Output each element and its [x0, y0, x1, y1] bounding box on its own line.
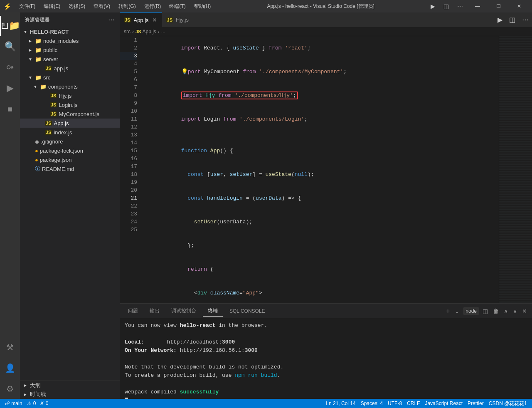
- svg-rect-1: [2, 23, 2, 29]
- code-editor[interactable]: 1 2 3 4 5 6 7 8 9 10 11 12 13 14 15 16 1: [120, 36, 532, 303]
- panel-tab-problems[interactable]: 问题: [123, 306, 143, 316]
- sidebar-content: ▼ HELLO-REACT ► 📁 node_modules ► 📁 publi…: [20, 27, 120, 381]
- menu-goto[interactable]: 转到(G): [115, 2, 139, 11]
- panel-tab-debug[interactable]: 调试控制台: [166, 306, 201, 316]
- status-git-branch[interactable]: ☍ main: [3, 401, 24, 406]
- panel-split-icon[interactable]: ⌄: [453, 307, 461, 315]
- activity-item-explorer[interactable]: 📁: [0, 16, 20, 36]
- terminal-output[interactable]: You can now view hello-react in the brow…: [120, 318, 532, 399]
- layout-icon[interactable]: ◫: [440, 2, 452, 10]
- bottom-panel: 问题 输出 调试控制台 终端 SQL CONSOLE + ⌄ node ◫ 🗑 …: [120, 303, 532, 399]
- more-icon[interactable]: ⋯: [454, 2, 466, 10]
- project-name: HELLO-REACT: [30, 29, 69, 35]
- run-icon[interactable]: ▶: [427, 2, 438, 10]
- sidebar-item-readmemd[interactable]: ⓘ README.md: [20, 164, 120, 173]
- activity-item-settings[interactable]: ⚙: [0, 379, 20, 399]
- activity-item-run[interactable]: ▶: [0, 78, 20, 98]
- sidebar-item-gitignore[interactable]: ◆ .gitignore: [20, 137, 120, 146]
- sidebar-item-mycomponentjs[interactable]: JS MyComponent.js: [20, 109, 120, 119]
- activity-item-test[interactable]: ⚒: [0, 337, 20, 357]
- run-debug-icon[interactable]: ▶: [494, 12, 506, 27]
- sidebar-item-appjs[interactable]: JS App.js: [20, 119, 120, 128]
- sidebar-item-loginjs[interactable]: JS Login.js: [20, 100, 120, 109]
- code-line-10: };: [142, 234, 495, 257]
- code-line-3: import Hjy from './components/Hjy';: [142, 84, 495, 107]
- breadcrumb-src[interactable]: src: [124, 29, 131, 35]
- status-formatter[interactable]: Prettier: [466, 401, 485, 406]
- activity-item-source-control[interactable]: ⚩: [0, 57, 20, 77]
- activity-item-account[interactable]: 👤: [0, 358, 20, 378]
- status-problems[interactable]: ⚠ 0 ✗ 0: [25, 401, 50, 406]
- menu-help[interactable]: 帮助(H): [191, 2, 214, 11]
- tab-close-icon[interactable]: ✕: [151, 16, 158, 24]
- sidebar-item-indexjs[interactable]: JS index.js: [20, 128, 120, 137]
- breadcrumb-appjs[interactable]: App.js: [142, 29, 156, 35]
- tab-bar: JS App.js ✕ JS Hjy.js ▶ ◫ ⋯: [120, 12, 532, 27]
- sidebar-item-components[interactable]: ▼ 📁 components: [20, 82, 120, 91]
- menu-select[interactable]: 选择(S): [65, 2, 89, 11]
- panel-up-icon[interactable]: ∧: [502, 307, 510, 315]
- activity-item-extensions[interactable]: ■: [0, 99, 20, 119]
- panel-tab-sql[interactable]: SQL CONSOLE: [224, 307, 270, 316]
- status-cursor[interactable]: Ln 21, Col 14: [324, 401, 357, 406]
- terminal-line-7: To create a production build, use npm ru…: [125, 371, 527, 380]
- sidebar-item-node-modules[interactable]: ► 📁 node_modules: [20, 36, 120, 45]
- sidebar-item-hjyjs[interactable]: JS Hjy.js: [20, 91, 120, 100]
- status-line-ending[interactable]: CRLF: [405, 401, 421, 406]
- status-language[interactable]: JavaScript React: [423, 401, 464, 406]
- more-actions-icon[interactable]: ⋯: [519, 12, 532, 27]
- terminal-line-3: Local: http://localhost:3000: [125, 338, 527, 346]
- terminal-line-4: On Your Network: http://192.168.56.1:300…: [125, 346, 527, 355]
- terminal-line-2: [125, 330, 527, 338]
- status-encoding[interactable]: UTF-8: [386, 401, 404, 406]
- code-content[interactable]: import React, { useState } from 'react';…: [140, 36, 499, 303]
- sidebar-item-src[interactable]: ▼ 📁 src: [20, 73, 120, 82]
- panel-tab-output[interactable]: 输出: [145, 306, 165, 316]
- sidebar-item-packagelockjson[interactable]: ● package-lock.json: [20, 146, 120, 155]
- breadcrumb: src › JS App.js › ...: [120, 27, 532, 36]
- panel-down-icon[interactable]: ∨: [511, 307, 519, 315]
- sidebar-item-packagejson[interactable]: ● package.json: [20, 155, 120, 164]
- terminal-line-9: webpack compiled successfully: [125, 388, 527, 396]
- maximize-button[interactable]: ☐: [489, 0, 508, 12]
- panel-tab-terminal[interactable]: 终端: [203, 306, 223, 317]
- breadcrumb-sep1: ›: [132, 29, 134, 35]
- menu-file[interactable]: 文件(F): [16, 2, 39, 11]
- sidebar-item-server[interactable]: ▼ 📁 server: [20, 54, 120, 64]
- code-line-2: 💡port MyComponent from './components/MyC…: [142, 60, 495, 84]
- outline-section[interactable]: ► 大纲: [20, 381, 120, 390]
- panel-add-icon[interactable]: +: [444, 307, 451, 316]
- menu-edit[interactable]: 编辑(E): [40, 2, 64, 11]
- menu-terminal[interactable]: 终端(T): [166, 2, 189, 11]
- panel-layout-icon[interactable]: ◫: [481, 307, 490, 315]
- menu-view[interactable]: 查看(V): [90, 2, 113, 11]
- panel-close-icon[interactable]: ✕: [520, 307, 529, 315]
- status-spaces[interactable]: Spaces: 4: [359, 401, 384, 406]
- timeline-section[interactable]: ► 时间线: [20, 390, 120, 399]
- panel-trash-icon[interactable]: 🗑: [491, 307, 500, 315]
- panel-tab-bar: 问题 输出 调试控制台 终端 SQL CONSOLE + ⌄ node ◫ 🗑 …: [120, 304, 532, 318]
- status-csdn: CSDN @花花花1: [487, 400, 529, 407]
- sidebar-item-public[interactable]: ► 📁 public: [20, 45, 120, 54]
- sidebar-item-project[interactable]: ▼ HELLO-REACT: [20, 27, 120, 36]
- vscode-icon: ⚡: [3, 2, 12, 10]
- code-line-12: <div className="App">: [142, 281, 495, 303]
- code-line-7: const [user, setUser] = useState(null);: [142, 163, 495, 186]
- sidebar-more-icon[interactable]: ⋯: [108, 16, 115, 24]
- sidebar-item-server-appjs[interactable]: JS app.js: [20, 64, 120, 73]
- tab-hjyjs[interactable]: JS Hjy.js: [162, 12, 204, 27]
- split-editor-icon[interactable]: ◫: [506, 12, 519, 27]
- panel-node-label: node: [463, 307, 479, 315]
- breadcrumb-js-icon: JS: [135, 29, 141, 34]
- minimap[interactable]: [499, 36, 532, 303]
- code-line-9: setUser(userData);: [142, 210, 495, 234]
- tab-appjs[interactable]: JS App.js ✕: [120, 12, 162, 27]
- minimize-button[interactable]: —: [468, 0, 487, 12]
- activity-item-search[interactable]: 🔍: [0, 37, 20, 57]
- close-button[interactable]: ✕: [510, 0, 529, 12]
- code-line-6: function App() {: [142, 139, 495, 163]
- menu-run[interactable]: 运行(R): [141, 2, 165, 11]
- sidebar: 资源管理器 ⋯ ▼ HELLO-REACT ► 📁 node_modules ►…: [20, 12, 120, 399]
- titlebar: ⚡ 文件(F) 编辑(E) 选择(S) 查看(V) 转到(G) 运行(R) 终端…: [0, 0, 532, 12]
- breadcrumb-dots[interactable]: ...: [161, 29, 165, 35]
